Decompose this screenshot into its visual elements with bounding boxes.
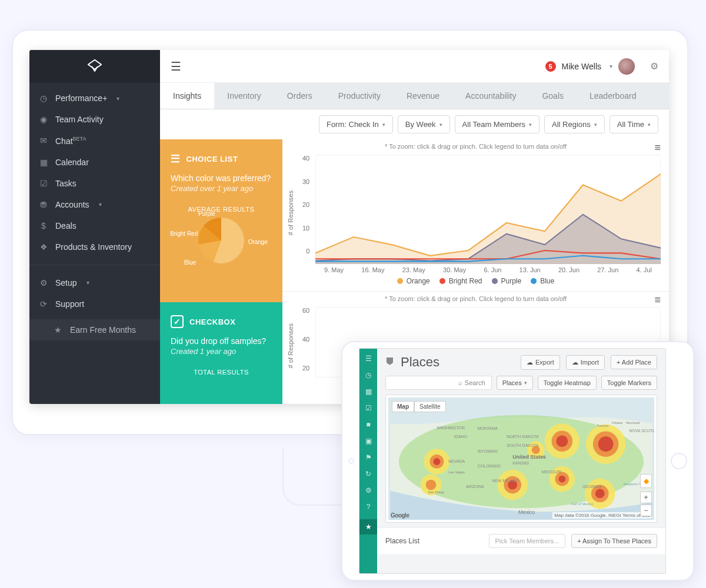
- chevron-down-icon: ▾: [648, 122, 651, 128]
- chart-menu-icon[interactable]: ≡: [654, 294, 661, 306]
- nav-label: Products & Inventory: [55, 242, 132, 252]
- card-label: TOTAL RESULTS: [171, 369, 272, 376]
- map-type-satellite[interactable]: Satellite: [414, 401, 446, 412]
- chevron-down-icon: ▾: [116, 95, 119, 102]
- svg-text:MONTANA: MONTANA: [478, 426, 498, 430]
- legend-purple[interactable]: Purple: [492, 277, 522, 285]
- nav-label: Tasks: [55, 179, 76, 188]
- nav-tasks[interactable]: ☑Tasks: [29, 173, 160, 194]
- help-icon[interactable]: ?: [367, 503, 371, 511]
- nav-label: Earn Free Months: [70, 325, 136, 335]
- svg-text:GEORGIA: GEORGIA: [582, 485, 602, 489]
- tab-accountability[interactable]: Accountability: [452, 83, 529, 109]
- menu-icon[interactable]: ☰: [365, 355, 372, 363]
- svg-text:COLORADO: COLORADO: [478, 464, 501, 468]
- import-button[interactable]: ☁Import: [566, 355, 605, 370]
- clipboard-icon[interactable]: ▣: [365, 437, 372, 445]
- sidebar: ◷Performance+▾ ◉Team Activity ✉ChatBETA …: [29, 50, 160, 404]
- pie-slice-label: Blue: [184, 259, 196, 266]
- check-icon[interactable]: ☑: [365, 404, 372, 412]
- refresh-icon[interactable]: ↻: [365, 470, 371, 478]
- legend-orange[interactable]: Orange: [397, 277, 430, 285]
- toggle-markers-button[interactable]: Toggle Markers: [601, 376, 657, 390]
- svg-text:ARIZONA: ARIZONA: [466, 485, 484, 489]
- calendar-icon[interactable]: ▦: [365, 387, 372, 396]
- nav-team-activity[interactable]: ◉Team Activity: [29, 109, 160, 130]
- dashboard-icon[interactable]: ◷: [365, 371, 371, 379]
- filter-form[interactable]: Form: Check In▾: [319, 115, 393, 133]
- toggle-heatmap-button[interactable]: Toggle Heatmap: [538, 376, 597, 390]
- check-icon: ☑: [39, 179, 48, 188]
- page-title: Places: [401, 355, 515, 370]
- tab-productivity[interactable]: Productivity: [325, 83, 394, 109]
- area-chart[interactable]: # of Responses 403020100: [291, 155, 661, 264]
- nav-earn-free[interactable]: ★Earn Free Months: [29, 319, 160, 340]
- legend-blue[interactable]: Blue: [531, 277, 554, 285]
- flag-icon[interactable]: ⚑: [365, 453, 372, 462]
- pie-slice-label: Orange: [248, 239, 268, 245]
- nav-products[interactable]: ❖Products & Inventory: [29, 236, 160, 258]
- svg-point-17: [558, 476, 565, 483]
- y-ticks: 604020: [302, 307, 309, 372]
- svg-text:WASHINGTON: WASHINGTON: [437, 426, 464, 430]
- filter-period[interactable]: By Week▾: [398, 115, 450, 133]
- nav-label: Calendar: [55, 158, 89, 167]
- export-button[interactable]: ☁Export: [521, 355, 560, 370]
- pick-team-input[interactable]: Pick Team Members...: [489, 534, 566, 548]
- filter-time[interactable]: All Time▾: [610, 115, 658, 133]
- briefcase-icon: ⛊: [385, 357, 395, 368]
- filter-team[interactable]: All Team Members▾: [455, 115, 540, 133]
- nav-performance[interactable]: ◷Performance+▾: [29, 88, 160, 109]
- nav-chat[interactable]: ✉ChatBETA: [29, 130, 160, 152]
- chart-menu-icon[interactable]: ≡: [654, 142, 661, 154]
- briefcase-icon[interactable]: ■: [366, 420, 370, 429]
- avatar[interactable]: [618, 58, 635, 75]
- zoom-out-button[interactable]: −: [640, 505, 652, 516]
- places-dropdown[interactable]: Places▾: [497, 376, 533, 390]
- settings-gear-icon[interactable]: ⚙: [650, 61, 658, 72]
- divider: [29, 265, 160, 265]
- tab-orders[interactable]: Orders: [274, 83, 325, 109]
- y-axis-label: # of Responses: [287, 191, 294, 235]
- nav-accounts[interactable]: ⛃Accounts▾: [29, 194, 160, 215]
- user-menu[interactable]: 5 Mike Wells ▾ ⚙: [545, 58, 658, 75]
- notification-badge[interactable]: 5: [545, 61, 556, 72]
- hamburger-icon[interactable]: ☰: [171, 59, 181, 74]
- map-attribution: Map data ©2016 Google, INEGI Terms of Us…: [552, 512, 652, 519]
- legend-red[interactable]: Bright Red: [439, 277, 482, 285]
- tablet-home-button: [671, 453, 687, 469]
- nav-calendar[interactable]: ▦Calendar: [29, 152, 160, 173]
- nav-support[interactable]: ⟳Support: [29, 293, 160, 315]
- chevron-down-icon: ▾: [86, 279, 89, 286]
- tab-insights[interactable]: Insights: [160, 83, 214, 109]
- google-logo: Google: [391, 512, 409, 519]
- places-footer: Places List Pick Team Members... + Assig…: [377, 527, 665, 554]
- tab-inventory[interactable]: Inventory: [214, 83, 274, 109]
- nav-setup[interactable]: ⚙Setup▾: [29, 272, 160, 293]
- tab-goals[interactable]: Goals: [529, 83, 577, 109]
- card-subtitle: Created 1 year ago: [171, 347, 272, 356]
- topbar: ☰ 5 Mike Wells ▾ ⚙: [160, 50, 669, 83]
- card-label: AVERAGE RESULTS: [171, 206, 272, 213]
- cloud-up-icon: ☁: [527, 359, 533, 366]
- chevron-down-icon: ▾: [382, 122, 385, 128]
- svg-point-8: [426, 480, 437, 490]
- map-type-map[interactable]: Map: [392, 401, 414, 412]
- tab-revenue[interactable]: Revenue: [394, 83, 452, 109]
- chevron-down-icon: ▾: [610, 63, 612, 69]
- nav-deals[interactable]: $Deals: [29, 215, 160, 236]
- tab-leaderboard[interactable]: Leaderboard: [577, 83, 649, 109]
- heatmap[interactable]: United States Mexico NEVADA Las Vegas Sa…: [388, 397, 654, 520]
- card-checkbox: ✓CHECKBOX Did you drop off samples? Crea…: [160, 302, 282, 404]
- add-place-button[interactable]: + Add Place: [611, 355, 657, 369]
- gear-icon[interactable]: ⚙: [365, 486, 372, 495]
- logo[interactable]: [29, 50, 160, 83]
- zoom-in-button[interactable]: +: [640, 492, 652, 503]
- star-icon[interactable]: ★: [359, 519, 377, 534]
- nav-label: Setup: [55, 278, 77, 288]
- pegman-icon[interactable]: ◆: [640, 474, 652, 488]
- filter-region[interactable]: All Regions▾: [544, 115, 605, 133]
- dollar-icon: $: [39, 221, 48, 230]
- assign-button[interactable]: + Assign To These Places: [571, 534, 657, 548]
- search-input[interactable]: ⌕Search: [385, 376, 492, 390]
